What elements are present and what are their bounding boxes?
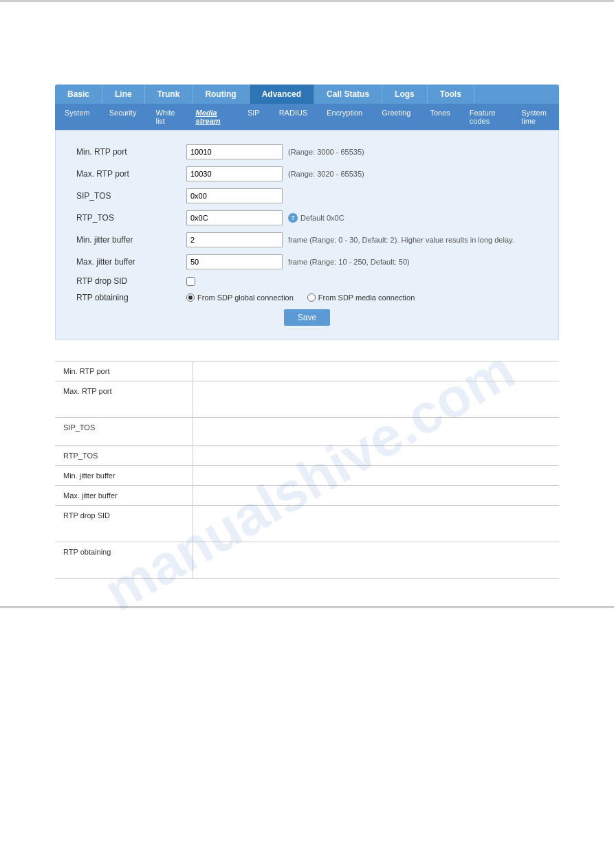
radio-label-media: From SDP media connection	[318, 293, 415, 302]
table-cell-desc	[193, 361, 559, 381]
rtp-obtaining-label: RTP obtaining	[76, 293, 186, 302]
max-rtp-port-row: Max. RTP port (Range: 3020 - 65535)	[76, 166, 538, 181]
rtp-tos-input[interactable]	[186, 210, 283, 225]
radio-sdp-global[interactable]: From SDP global connection	[186, 293, 294, 302]
table-cell-label: SIP_TOS	[55, 418, 193, 446]
table-cell-label: Max. jitter buffer	[55, 486, 193, 506]
tab-feature-codes[interactable]: Feature codes	[460, 105, 512, 129]
tab-whitelist[interactable]: White list	[146, 105, 186, 129]
table-cell-desc	[193, 542, 559, 579]
radio-sdp-media[interactable]: From SDP media connection	[307, 293, 415, 302]
tab-advanced[interactable]: Advanced	[250, 85, 314, 104]
max-rtp-port-hint: (Range: 3020 - 65535)	[288, 170, 364, 178]
tab-system[interactable]: System	[55, 105, 100, 129]
max-jitter-label: Max. jitter buffer	[76, 257, 186, 267]
table-cell-label: Min. jitter buffer	[55, 466, 193, 486]
table-cell-label: Max. RTP port	[55, 381, 193, 418]
tab-encryption[interactable]: Encryption	[317, 105, 372, 129]
page-wrapper: Basic Line Trunk Routing Advanced Call S…	[0, 0, 614, 868]
table-cell-desc	[193, 446, 559, 466]
save-button[interactable]: Save	[284, 309, 330, 326]
sip-tos-input[interactable]	[186, 188, 283, 203]
tab-media-stream[interactable]: Media stream	[186, 105, 238, 129]
max-rtp-port-input[interactable]	[186, 166, 283, 181]
tab-tones[interactable]: Tones	[420, 105, 459, 129]
sip-tos-row: SIP_TOS	[76, 188, 538, 203]
tab-greeting[interactable]: Greeting	[372, 105, 420, 129]
min-rtp-port-label: Min. RTP port	[76, 147, 186, 157]
doc-table-area: Min. RTP port Max. RTP port SIP_TOS RTP_…	[55, 361, 559, 579]
table-row: Max. RTP port	[55, 381, 559, 418]
min-rtp-port-row: Min. RTP port (Range: 3000 - 65535)	[76, 144, 538, 159]
tab-radius[interactable]: RADIUS	[270, 105, 318, 129]
rtp-tos-hint: Default 0x0C	[300, 214, 344, 222]
rtp-tos-row: RTP_TOS ? Default 0x0C	[76, 210, 538, 225]
main-content: Basic Line Trunk Routing Advanced Call S…	[0, 85, 614, 579]
doc-table: Min. RTP port Max. RTP port SIP_TOS RTP_…	[55, 361, 559, 579]
table-cell-label: Min. RTP port	[55, 361, 193, 381]
table-cell-label: RTP_TOS	[55, 446, 193, 466]
table-cell-desc	[193, 466, 559, 486]
bottom-border	[0, 606, 614, 608]
max-jitter-row: Max. jitter buffer frame (Range: 10 - 25…	[76, 254, 538, 269]
min-jitter-input[interactable]	[186, 232, 283, 247]
table-cell-desc	[193, 506, 559, 542]
tab-security[interactable]: Security	[100, 105, 146, 129]
table-row: Min. RTP port	[55, 361, 559, 381]
max-jitter-input[interactable]	[186, 254, 283, 269]
rtp-tos-label: RTP_TOS	[76, 213, 186, 223]
radio-dot-global	[186, 293, 195, 302]
tab-trunk[interactable]: Trunk	[145, 85, 193, 104]
radio-dot-media	[307, 293, 316, 302]
table-row: Min. jitter buffer	[55, 466, 559, 486]
table-cell-label: RTP drop SID	[55, 506, 193, 542]
min-jitter-label: Min. jitter buffer	[76, 235, 186, 245]
table-cell-label: RTP obtaining	[55, 542, 193, 579]
info-icon: ?	[288, 213, 298, 223]
rtp-obtaining-row: RTP obtaining From SDP global connection…	[76, 293, 538, 302]
min-jitter-row: Min. jitter buffer frame (Range: 0 - 30,…	[76, 232, 538, 247]
radio-label-global: From SDP global connection	[197, 293, 294, 302]
table-row: RTP obtaining	[55, 542, 559, 579]
tab-basic[interactable]: Basic	[55, 85, 102, 104]
tab-routing[interactable]: Routing	[193, 85, 249, 104]
min-rtp-port-input[interactable]	[186, 144, 283, 159]
tab-line[interactable]: Line	[102, 85, 145, 104]
tab-system-time[interactable]: System time	[512, 105, 559, 129]
table-row: RTP_TOS	[55, 446, 559, 466]
table-cell-desc	[193, 486, 559, 506]
form-area: Min. RTP port (Range: 3000 - 65535) Max.…	[55, 130, 559, 340]
min-jitter-hint: frame (Range: 0 - 30, Default: 2). Highe…	[288, 236, 514, 244]
sip-tos-label: SIP_TOS	[76, 191, 186, 201]
table-row: RTP drop SID	[55, 506, 559, 542]
tab-call-status[interactable]: Call Status	[314, 85, 382, 104]
max-jitter-hint: frame (Range: 10 - 250, Default: 50)	[288, 258, 410, 266]
table-row: Max. jitter buffer	[55, 486, 559, 506]
rtp-drop-sid-label: RTP drop SID	[76, 276, 186, 286]
table-cell-desc	[193, 418, 559, 446]
max-rtp-port-label: Max. RTP port	[76, 169, 186, 179]
top-border	[0, 0, 614, 2]
rtp-drop-sid-row: RTP drop SID	[76, 276, 538, 286]
rtp-obtaining-options: From SDP global connection From SDP medi…	[186, 293, 415, 302]
tab-tools[interactable]: Tools	[428, 85, 474, 104]
nav-tabs-primary: Basic Line Trunk Routing Advanced Call S…	[55, 85, 559, 104]
table-cell-desc	[193, 381, 559, 418]
rtp-drop-sid-checkbox[interactable]	[186, 277, 195, 286]
table-row: SIP_TOS	[55, 418, 559, 446]
tab-sip[interactable]: SIP	[238, 105, 270, 129]
nav-tabs-secondary: System Security White list Media stream …	[55, 104, 559, 130]
min-rtp-port-hint: (Range: 3000 - 65535)	[288, 148, 364, 156]
tab-logs[interactable]: Logs	[382, 85, 428, 104]
